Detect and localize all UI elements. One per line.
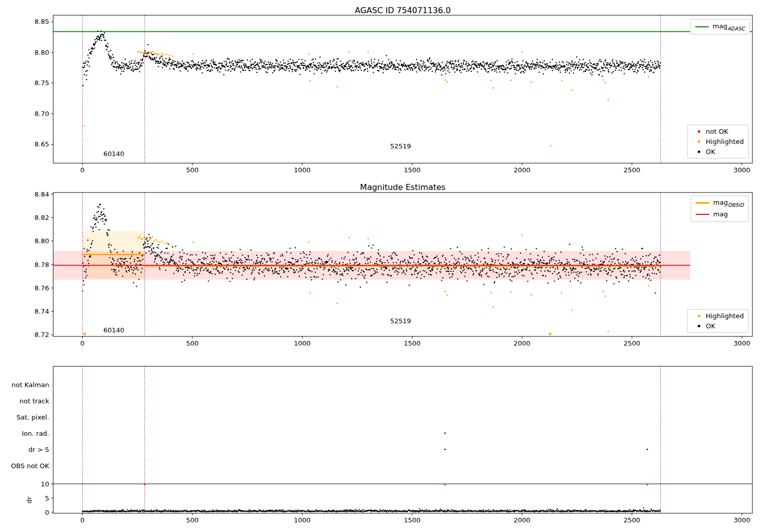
legend-item-not-ok: not OK: [692, 128, 744, 135]
flag-point: [444, 433, 446, 434]
legend-label-ok: OK: [706, 322, 715, 330]
x-tick-label: 500: [186, 339, 199, 347]
clipped-point-marker: [548, 333, 552, 336]
legend-item-highlighted: Highlighted: [692, 312, 744, 320]
axes-spine: [53, 15, 752, 163]
x-tick-label: 0: [81, 166, 85, 174]
annotation-obsid-60140-top: 60140: [103, 150, 124, 158]
y-tick-label: 8.78: [34, 261, 49, 269]
legend-label-highlighted: Highlighted: [706, 138, 744, 145]
legend-label-mag-agasc: magAGASC: [713, 22, 745, 31]
y-tick-label: 8.72: [34, 331, 49, 338]
dr-points: [83, 508, 660, 512]
x-tick-label: 1500: [404, 339, 421, 347]
legend-label-not-ok: not OK: [706, 128, 728, 135]
axes-spine: [53, 366, 752, 513]
x-tick-label: 1500: [404, 166, 421, 174]
x-tick-label: 500: [186, 166, 199, 174]
legend-point-classes-mid: Highlighted OK: [687, 309, 749, 333]
highlighted-marker-sample: [698, 140, 700, 143]
legend-item-mag-agasc: magAGASC: [695, 22, 745, 31]
legend-label-highlighted: Highlighted: [706, 312, 744, 320]
flag-point: [647, 449, 648, 450]
x-tick-label: 1000: [294, 516, 311, 524]
dr-tick-label: 0: [45, 509, 49, 516]
clipped-point-marker: [83, 333, 87, 336]
flag-label: OBS not OK: [11, 462, 50, 470]
legend-mag-lines-mid: magOBSID mag: [691, 196, 749, 222]
legend-mag-agasc: magAGASC: [690, 19, 750, 34]
not-ok-marker-sample: [698, 130, 700, 133]
ok-points-top: [83, 31, 660, 86]
legend-item-mag-obsid: magOBSID: [696, 199, 744, 208]
y-tick-label: 8.85: [34, 18, 49, 25]
y-tick-label: 8.70: [34, 110, 49, 118]
flag-label: Sat. pixel.: [17, 413, 49, 421]
annotation-obsid-52519-top: 52519: [390, 142, 411, 150]
x-tick-label: 2500: [624, 166, 640, 174]
flag-label: Ion. rad.: [22, 430, 49, 437]
flag-label: not Kalman: [12, 381, 49, 389]
highlighted-marker-sample: [698, 315, 700, 317]
x-tick-label: 1500: [404, 516, 421, 524]
x-tick-label: 2000: [514, 166, 530, 174]
legend-item-highlighted: Highlighted: [692, 138, 744, 145]
x-tick-label: 1000: [294, 166, 311, 174]
legend-point-classes-top: not OK Highlighted OK: [687, 125, 749, 159]
legend-label-sub: AGASC: [727, 26, 745, 31]
figure: 0500100015002000250030008.658.708.758.80…: [0, 0, 760, 532]
legend-label-main: mag: [713, 22, 728, 30]
y-tick-label: 8.80: [34, 237, 49, 245]
legend-label-ok: OK: [706, 148, 715, 156]
x-tick-label: 2500: [624, 516, 640, 524]
mag-line-sample: [696, 214, 709, 215]
y-tick-label: 8.76: [34, 284, 49, 292]
flag-label: dr > 5: [28, 446, 49, 453]
mag-obsid-line-sample: [696, 202, 709, 204]
y-tick-label: 8.75: [34, 79, 49, 87]
legend-item-ok: OK: [692, 322, 744, 330]
y-tick-label: 8.80: [34, 49, 49, 56]
legend-item-ok: OK: [692, 148, 744, 156]
x-tick-label: 2000: [514, 516, 530, 524]
y-tick-label: 8.74: [34, 308, 49, 315]
x-tick-label: 0: [81, 339, 85, 347]
legend-label-mag: mag: [713, 210, 728, 219]
y-tick-label: 8.65: [34, 140, 49, 148]
dr-tick-label: 5: [45, 495, 49, 502]
legend-label-main: mag: [713, 210, 728, 218]
annotation-obsid-52519-mid: 52519: [390, 317, 411, 325]
legend-label-main: mag: [713, 199, 728, 206]
flag-point: [444, 449, 446, 450]
legend-label-mag-obsid: magOBSID: [713, 199, 744, 208]
magnitude-plots-canvas: 0500100015002000250030008.658.708.758.80…: [0, 0, 760, 532]
x-tick-label: 3000: [734, 339, 750, 347]
ok-points-mid: [83, 204, 661, 293]
legend-item-mag: mag: [696, 210, 744, 219]
y-tick-label: 8.82: [34, 214, 49, 221]
x-tick-label: 500: [186, 516, 199, 524]
annotation-obsid-60140-mid: 60140: [103, 326, 124, 334]
mag-agasc-line-sample: [695, 26, 709, 27]
x-tick-label: 2000: [514, 339, 530, 347]
x-tick-label: 1000: [294, 339, 311, 347]
dr-tick-label: 10: [41, 480, 49, 488]
chart-title-middle: Magnitude Estimates: [360, 182, 446, 192]
ok-marker-sample: [698, 325, 700, 327]
x-tick-label: 3000: [734, 166, 750, 174]
legend-label-sub: OBSID: [728, 202, 744, 208]
flag-label: not track: [19, 397, 49, 405]
x-tick-label: 0: [81, 516, 85, 524]
x-tick-label: 2500: [624, 339, 640, 347]
x-tick-label: 3000: [734, 516, 750, 524]
y-tick-label: 8.84: [34, 191, 49, 198]
chart-title-top: AGASC ID 754071136.0: [355, 6, 450, 15]
ok-marker-sample: [698, 150, 700, 153]
y-axis-label-dr: dr: [25, 497, 33, 504]
